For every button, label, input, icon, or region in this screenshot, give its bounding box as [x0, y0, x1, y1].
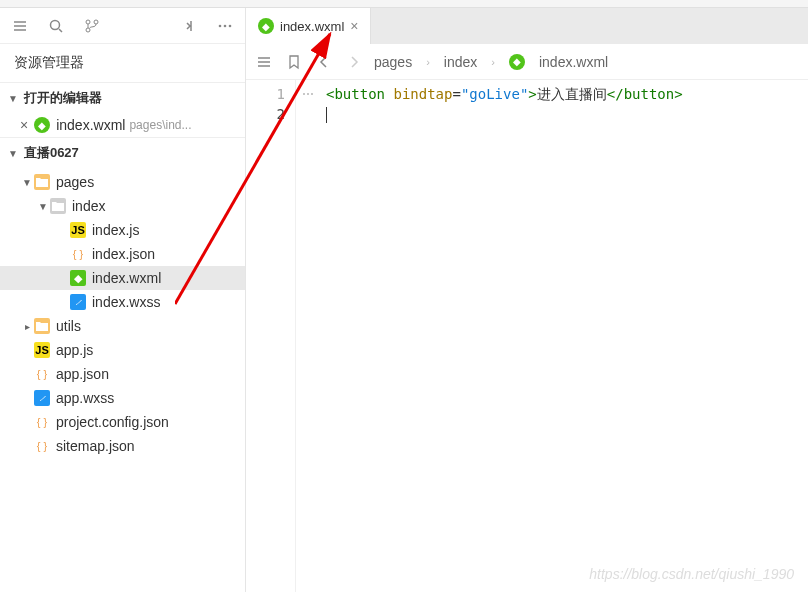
tree-item-label: project.config.json [56, 414, 169, 430]
line-number: 2 [246, 104, 285, 124]
explorer-panel: 资源管理器 ▼ 打开的编辑器 × ◆ index.wxml pages\ind.… [0, 8, 246, 592]
tree-item-label: index [72, 198, 105, 214]
collapse-icon[interactable] [179, 16, 199, 36]
json-icon: { } [34, 366, 50, 382]
open-editor-name: index.wxml [56, 117, 125, 133]
search-icon[interactable] [46, 16, 66, 36]
file-tree: ▼pages▼indexJSindex.js{ }index.json◆inde… [0, 168, 245, 460]
svg-point-4 [219, 24, 222, 27]
tree-item-label: index.wxss [92, 294, 160, 310]
tree-item-label: utils [56, 318, 81, 334]
open-editor-path: pages\ind... [129, 118, 191, 132]
explorer-title: 资源管理器 [0, 44, 245, 82]
wxml-file-icon: ◆ [509, 54, 525, 70]
wxml-file-icon: ◆ [258, 18, 274, 34]
svg-point-5 [224, 24, 227, 27]
file-item[interactable]: { }project.config.json [0, 410, 245, 434]
json-icon: { } [34, 414, 50, 430]
js-icon: JS [34, 342, 50, 358]
chevron-down-icon: ▼ [8, 148, 18, 159]
close-icon[interactable]: × [350, 18, 358, 34]
chevron-down-icon: ▼ [20, 177, 34, 188]
open-editors-header[interactable]: ▼ 打开的编辑器 [0, 82, 245, 113]
svg-point-2 [86, 28, 90, 32]
wxss-icon: ⟋ [34, 390, 50, 406]
breadcrumb-item[interactable]: index.wxml [539, 54, 608, 70]
cursor [326, 107, 327, 123]
chevron-right-icon: › [426, 56, 430, 68]
svg-point-1 [86, 20, 90, 24]
tab-index-wxml[interactable]: ◆ index.wxml × [246, 8, 371, 44]
fold-column: ⋯ [296, 80, 320, 592]
file-item[interactable]: JSapp.js [0, 338, 245, 362]
project-label: 直播0627 [24, 144, 79, 162]
tree-item-label: app.js [56, 342, 93, 358]
json-icon: { } [70, 246, 86, 262]
forward-icon[interactable] [344, 52, 364, 72]
file-item[interactable]: ⟋app.wxss [0, 386, 245, 410]
svg-point-0 [51, 20, 60, 29]
line-number: 1 [246, 84, 285, 104]
watermark: https://blog.csdn.net/qiushi_1990 [589, 566, 794, 582]
tab-label: index.wxml [280, 19, 344, 34]
line-gutter: 1 2 [246, 80, 296, 592]
folder-item[interactable]: ▼index [0, 194, 245, 218]
close-icon[interactable]: × [20, 117, 28, 133]
breadcrumb-bar: pages › index › ◆ index.wxml [246, 44, 808, 80]
chevron-down-icon: ▼ [36, 201, 50, 212]
folder-icon [34, 318, 50, 334]
wxml-icon: ◆ [70, 270, 86, 286]
wxss-icon: ⟋ [70, 294, 86, 310]
tab-bar: ◆ index.wxml × [246, 8, 808, 44]
back-icon[interactable] [314, 52, 334, 72]
tree-item-label: sitemap.json [56, 438, 135, 454]
tree-item-label: index.json [92, 246, 155, 262]
file-item[interactable]: { }index.json [0, 242, 245, 266]
open-editors-label: 打开的编辑器 [24, 89, 102, 107]
list-icon[interactable] [254, 52, 274, 72]
breadcrumb-item[interactable]: pages [374, 54, 412, 70]
tree-item-label: app.wxss [56, 390, 114, 406]
open-editors-list: × ◆ index.wxml pages\ind... [0, 113, 245, 137]
project-header[interactable]: ▼ 直播0627 [0, 137, 245, 168]
tree-item-label: index.js [92, 222, 139, 238]
json-icon: { } [34, 438, 50, 454]
folder-icon [34, 174, 50, 190]
folder-item[interactable]: ▸utils [0, 314, 245, 338]
file-item[interactable]: { }app.json [0, 362, 245, 386]
file-item[interactable]: ◆index.wxml [0, 266, 245, 290]
menu-icon[interactable] [10, 16, 30, 36]
code-content[interactable]: <button bindtap="goLive">进入直播间</button> [320, 80, 808, 592]
breadcrumb-item[interactable]: index [444, 54, 477, 70]
editor-panel: ◆ index.wxml × pages › index › ◆ index.w… [246, 8, 808, 592]
tree-item-label: index.wxml [92, 270, 161, 286]
chevron-right-icon: › [491, 56, 495, 68]
chevron-down-icon: ▼ [8, 93, 18, 104]
open-editor-item[interactable]: × ◆ index.wxml pages\ind... [0, 113, 245, 137]
tree-item-label: app.json [56, 366, 109, 382]
chevron-right-icon: ▸ [20, 321, 34, 332]
folder-open-icon [50, 198, 66, 214]
top-menu [0, 0, 808, 8]
explorer-toolbar [0, 8, 245, 44]
file-item[interactable]: { }sitemap.json [0, 434, 245, 458]
code-editor[interactable]: 1 2 ⋯ <button bindtap="goLive">进入直播间</bu… [246, 80, 808, 592]
file-item[interactable]: JSindex.js [0, 218, 245, 242]
svg-point-3 [94, 20, 98, 24]
bookmark-icon[interactable] [284, 52, 304, 72]
tree-item-label: pages [56, 174, 94, 190]
wxml-file-icon: ◆ [34, 117, 50, 133]
folder-item[interactable]: ▼pages [0, 170, 245, 194]
js-icon: JS [70, 222, 86, 238]
svg-point-6 [229, 24, 232, 27]
branch-icon[interactable] [82, 16, 102, 36]
main-container: 资源管理器 ▼ 打开的编辑器 × ◆ index.wxml pages\ind.… [0, 8, 808, 592]
more-icon[interactable] [215, 16, 235, 36]
file-item[interactable]: ⟋index.wxss [0, 290, 245, 314]
